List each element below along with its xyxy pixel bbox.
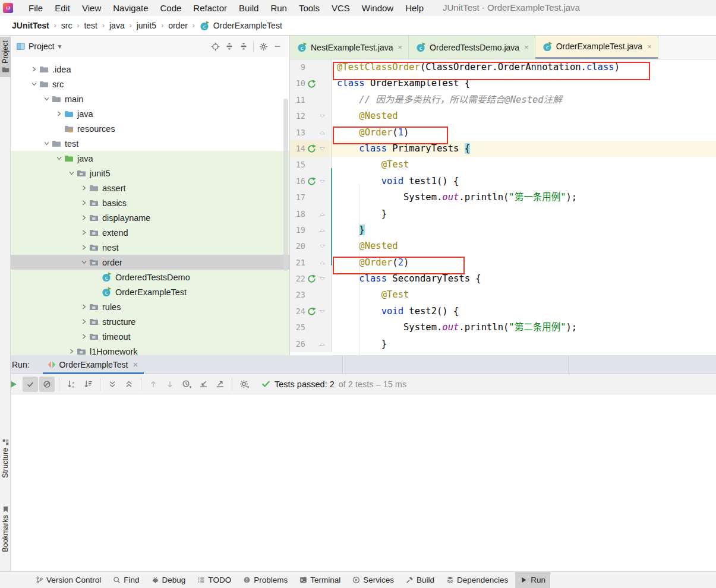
- chevron-right-icon[interactable]: [79, 214, 89, 221]
- breadcrumb-item-junittest[interactable]: JUnitTest: [11, 21, 51, 30]
- close-icon[interactable]: ×: [524, 43, 529, 52]
- run-test-gutter-icon[interactable]: [305, 144, 317, 153]
- chevron-right-icon[interactable]: [29, 66, 39, 72]
- code-editor[interactable]: 9@TestClassOrder(ClassOrderer.OrderAnnot…: [290, 59, 716, 355]
- select-opened-file-button[interactable]: [208, 39, 222, 53]
- chevron-down-icon[interactable]: [79, 259, 89, 265]
- next-failed-test-button[interactable]: [162, 377, 178, 392]
- chevron-right-icon[interactable]: [79, 304, 89, 310]
- toolwindow-button-todo[interactable]: TODO: [193, 572, 236, 588]
- show-ignored-toggle[interactable]: [39, 377, 55, 392]
- tree-item-structure[interactable]: structure: [11, 314, 289, 329]
- tree-item-test[interactable]: test: [11, 136, 289, 151]
- toolwindow-button-problems[interactable]: Problems: [238, 572, 292, 588]
- tree-item-.idea[interactable]: .idea: [11, 62, 289, 77]
- tree-item-displayname[interactable]: displayname: [11, 210, 289, 225]
- chevron-right-icon[interactable]: [79, 229, 89, 236]
- tree-item-rules[interactable]: rules: [11, 299, 289, 314]
- project-title[interactable]: Project: [29, 42, 55, 51]
- tree-item-timeout[interactable]: timeout: [11, 329, 289, 344]
- chevron-right-icon[interactable]: [79, 200, 89, 206]
- settings-button[interactable]: [256, 39, 270, 53]
- chevron-right-icon[interactable]: [79, 333, 89, 340]
- stripe-project-button[interactable]: Project: [0, 37, 11, 77]
- menu-code[interactable]: Code: [154, 1, 187, 15]
- import-test-results-button[interactable]: [195, 377, 211, 392]
- chevron-down-icon[interactable]: [54, 155, 64, 162]
- close-icon[interactable]: ×: [647, 42, 652, 51]
- close-icon[interactable]: ×: [398, 43, 403, 52]
- fold-up-icon[interactable]: [317, 211, 327, 217]
- toolwindow-button-find[interactable]: Find: [108, 572, 144, 588]
- test-history-button[interactable]: [179, 377, 194, 392]
- previous-failed-test-button[interactable]: [146, 377, 161, 392]
- tree-item-main[interactable]: main: [11, 91, 289, 106]
- fold-up-icon[interactable]: [317, 260, 327, 266]
- chevron-right-icon[interactable]: [54, 110, 64, 117]
- tree-item-assert[interactable]: assert: [11, 181, 289, 195]
- toolwindow-button-version-control[interactable]: Version Control: [31, 572, 106, 588]
- expand-all-button[interactable]: [105, 377, 120, 392]
- tree-item-orderedtestsdemo[interactable]: cOrderedTestsDemo: [11, 270, 289, 284]
- menu-window[interactable]: Window: [356, 1, 399, 15]
- breadcrumb-item-order[interactable]: order: [167, 21, 189, 30]
- fold-down-icon[interactable]: [317, 243, 327, 249]
- editor-tab-nestexampletest[interactable]: cNestExampleTest.java×: [290, 36, 409, 59]
- chevron-right-icon[interactable]: [79, 318, 89, 325]
- menu-view[interactable]: View: [76, 1, 107, 15]
- toolwindow-button-dependencies[interactable]: Dependencies: [441, 572, 513, 588]
- menu-run[interactable]: Run: [264, 1, 293, 15]
- tree-item-extend[interactable]: extend: [11, 225, 289, 240]
- toolwindow-button-run[interactable]: Run: [515, 572, 550, 588]
- breadcrumb-item-leaf[interactable]: OrderExampleTest: [212, 21, 283, 30]
- fold-down-icon[interactable]: [317, 146, 327, 152]
- tree-item-java[interactable]: java: [11, 151, 289, 166]
- toolwindow-button-terminal[interactable]: Terminal: [295, 572, 345, 588]
- breadcrumb-item-java[interactable]: java: [108, 21, 126, 30]
- tree-item-nest[interactable]: nest: [11, 240, 289, 255]
- run-test-gutter-icon[interactable]: [305, 307, 317, 316]
- hide-panel-button[interactable]: [270, 39, 285, 53]
- sort-by-duration-button[interactable]: [80, 377, 96, 392]
- menu-refactor[interactable]: Refactor: [187, 1, 233, 15]
- export-test-results-button[interactable]: [212, 377, 228, 392]
- fold-down-icon[interactable]: [317, 276, 327, 282]
- breadcrumb-item-junit5[interactable]: junit5: [135, 21, 157, 30]
- menu-navigate[interactable]: Navigate: [107, 1, 154, 15]
- editor-tab-orderedtestsdemo[interactable]: cOrderedTestsDemo.java×: [409, 36, 535, 59]
- menu-tools[interactable]: Tools: [293, 1, 326, 15]
- chevron-down-icon[interactable]: ▼: [57, 43, 63, 50]
- run-test-gutter-icon[interactable]: [305, 80, 317, 88]
- test-settings-button[interactable]: [236, 377, 252, 392]
- toolwindow-button-services[interactable]: Services: [348, 572, 399, 588]
- tree-scrollbar[interactable]: [283, 99, 288, 271]
- collapse-all-button[interactable]: [121, 377, 137, 392]
- close-icon[interactable]: [132, 361, 139, 368]
- fold-down-icon[interactable]: [317, 308, 327, 315]
- expand-all-button[interactable]: [222, 39, 236, 53]
- breadcrumb-item-src[interactable]: src: [60, 21, 74, 30]
- chevron-down-icon[interactable]: [29, 81, 39, 87]
- stripe-structure-button[interactable]: Structure: [0, 435, 11, 482]
- fold-down-icon[interactable]: [317, 113, 327, 119]
- chevron-right-icon[interactable]: [67, 348, 77, 355]
- fold-down-icon[interactable]: [317, 178, 327, 185]
- tree-item-java[interactable]: java: [11, 106, 289, 121]
- editor-tab-orderexampletest[interactable]: cOrderExampleTest.java×: [535, 36, 658, 59]
- menu-file[interactable]: File: [23, 1, 49, 15]
- fold-up-icon[interactable]: [317, 341, 327, 347]
- chevron-down-icon[interactable]: [67, 170, 77, 176]
- fold-up-icon[interactable]: [317, 129, 327, 136]
- menu-edit[interactable]: Edit: [49, 1, 76, 15]
- tree-item-basics[interactable]: basics: [11, 195, 289, 210]
- run-test-gutter-icon[interactable]: [305, 177, 317, 186]
- tree-item-l1homework[interactable]: l1Homework: [11, 344, 289, 355]
- chevron-down-icon[interactable]: [42, 96, 52, 102]
- show-passed-toggle[interactable]: [23, 377, 38, 392]
- tree-item-junit5[interactable]: junit5: [11, 166, 289, 181]
- breadcrumb-item-test[interactable]: test: [83, 21, 99, 30]
- menu-help[interactable]: Help: [399, 1, 430, 15]
- run-tab[interactable]: OrderExampleTest: [43, 355, 144, 374]
- chevron-right-icon[interactable]: [79, 185, 89, 191]
- tree-item-resources[interactable]: resources: [11, 121, 289, 136]
